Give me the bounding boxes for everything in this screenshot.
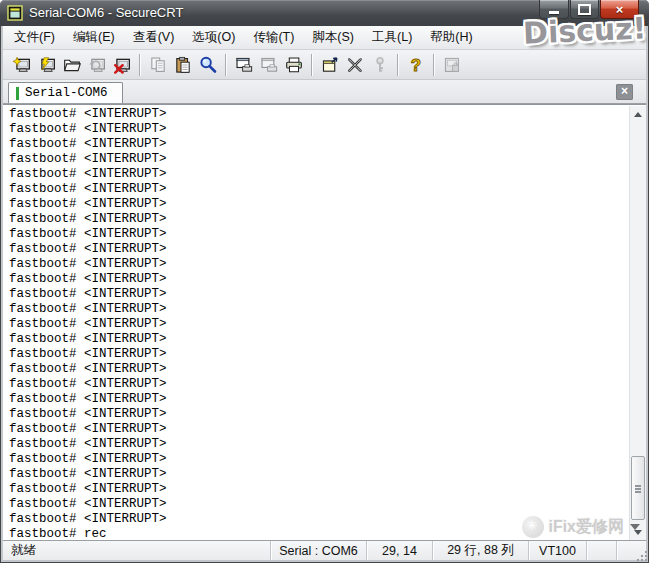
terminal-line-current: fastboot# rec bbox=[9, 527, 629, 540]
scroll-up-button[interactable] bbox=[630, 106, 646, 122]
toolbar bbox=[3, 50, 646, 80]
tab-status-indicator bbox=[16, 87, 19, 100]
terminal-line: fastboot# <INTERRUPT> bbox=[9, 317, 629, 332]
terminal-line: fastboot# <INTERRUPT> bbox=[9, 107, 629, 122]
terminal-line: fastboot# <INTERRUPT> bbox=[9, 212, 629, 227]
terminal-line: fastboot# <INTERRUPT> bbox=[9, 137, 629, 152]
chevron-up-icon bbox=[634, 112, 642, 117]
terminal-line: fastboot# <INTERRUPT> bbox=[9, 257, 629, 272]
terminal-line: fastboot# <INTERRUPT> bbox=[9, 242, 629, 257]
menu-item-transfer[interactable]: 传输(T) bbox=[244, 26, 303, 49]
terminal-line: fastboot# <INTERRUPT> bbox=[9, 482, 629, 497]
reconnect-icon bbox=[84, 53, 109, 77]
terminal-line: fastboot# <INTERRUPT> bbox=[9, 362, 629, 377]
terminal-line: fastboot# <INTERRUPT> bbox=[9, 152, 629, 167]
paste-icon[interactable] bbox=[170, 53, 195, 77]
print-selection-icon bbox=[256, 53, 281, 77]
terminal-line: fastboot# <INTERRUPT> bbox=[9, 272, 629, 287]
tabbar: Serial-COM6 × bbox=[3, 80, 646, 104]
status-empty-1 bbox=[586, 541, 616, 560]
terminal-line: fastboot# <INTERRUPT> bbox=[9, 197, 629, 212]
toolbar-separator bbox=[433, 54, 434, 76]
terminal-line: fastboot# <INTERRUPT> bbox=[9, 452, 629, 467]
window-title: Serial-COM6 - SecureCRT bbox=[29, 0, 183, 25]
toolbar-separator bbox=[139, 54, 140, 76]
disconnect-icon[interactable] bbox=[109, 53, 134, 77]
properties-icon[interactable] bbox=[317, 53, 342, 77]
script-recorder-icon bbox=[439, 53, 464, 77]
terminal-line: fastboot# <INTERRUPT> bbox=[9, 167, 629, 182]
toolbar-separator bbox=[311, 54, 312, 76]
terminal-line: fastboot# <INTERRUPT> bbox=[9, 407, 629, 422]
minimize-button[interactable] bbox=[539, 0, 569, 19]
tab-label: Serial-COM6 bbox=[25, 86, 108, 100]
tab-serial-com6[interactable]: Serial-COM6 bbox=[8, 82, 123, 103]
menu-item-tools[interactable]: 工具(L) bbox=[363, 26, 421, 49]
key-icon bbox=[367, 53, 392, 77]
securecrt-window: Serial-COM6 - SecureCRT × Discuz! 文件(F)编… bbox=[0, 0, 649, 563]
titlebar[interactable]: Serial-COM6 - SecureCRT × bbox=[0, 0, 649, 26]
terminal-line: fastboot# <INTERRUPT> bbox=[9, 302, 629, 317]
terminal-line: fastboot# <INTERRUPT> bbox=[9, 392, 629, 407]
open-session-icon[interactable] bbox=[59, 53, 84, 77]
toolbar-separator bbox=[225, 54, 226, 76]
menu-item-script[interactable]: 脚本(S) bbox=[303, 26, 363, 49]
help-icon[interactable] bbox=[403, 53, 428, 77]
terminal-line: fastboot# <INTERRUPT> bbox=[9, 122, 629, 137]
terminal-line: fastboot# <INTERRUPT> bbox=[9, 467, 629, 482]
terminal-line: fastboot# <INTERRUPT> bbox=[9, 377, 629, 392]
menu-item-help[interactable]: 帮助(H) bbox=[421, 26, 481, 49]
toolbar-separator bbox=[397, 54, 398, 76]
scroll-down-button[interactable] bbox=[630, 524, 646, 540]
menu-item-options[interactable]: 选项(O) bbox=[183, 26, 244, 49]
terminal-line: fastboot# <INTERRUPT> bbox=[9, 287, 629, 302]
terminal-scrollbar[interactable] bbox=[629, 106, 646, 540]
close-button[interactable]: × bbox=[600, 0, 639, 19]
minimize-icon bbox=[549, 11, 559, 14]
resize-grip[interactable] bbox=[636, 550, 648, 562]
app-icon bbox=[7, 5, 23, 21]
status-emulation: VT100 bbox=[528, 541, 586, 560]
terminal-line: fastboot# <INTERRUPT> bbox=[9, 227, 629, 242]
maximize-icon bbox=[578, 4, 591, 15]
terminal-line: fastboot# <INTERRUPT> bbox=[9, 497, 629, 512]
terminal-line: fastboot# <INTERRUPT> bbox=[9, 437, 629, 452]
status-connection: Serial : COM6 bbox=[270, 541, 366, 560]
terminal-line: fastboot# <INTERRUPT> bbox=[9, 347, 629, 362]
status-cursor-pos: 29, 14 bbox=[366, 541, 432, 560]
print-icon[interactable] bbox=[281, 53, 306, 77]
chevron-down-icon bbox=[634, 530, 642, 535]
scrollbar-thumb[interactable] bbox=[631, 456, 645, 520]
session-options-icon[interactable] bbox=[342, 53, 367, 77]
menu-item-file[interactable]: 文件(F) bbox=[5, 26, 64, 49]
scrollbar-grip bbox=[635, 485, 641, 487]
terminal-line: fastboot# <INTERRUPT> bbox=[9, 512, 629, 527]
connect-icon[interactable] bbox=[34, 53, 59, 77]
copy-icon bbox=[145, 53, 170, 77]
find-icon[interactable] bbox=[195, 53, 220, 77]
menu-item-view[interactable]: 查看(V) bbox=[124, 26, 184, 49]
status-rows-cols: 29 行, 88 列 bbox=[432, 541, 528, 560]
window-controls: × bbox=[539, 0, 639, 19]
tab-close-button[interactable]: × bbox=[616, 84, 633, 100]
menubar: 文件(F)编辑(E)查看(V)选项(O)传输(T)脚本(S)工具(L)帮助(H) bbox=[3, 26, 646, 50]
statusbar: 就绪 Serial : COM629, 1429 行, 88 列VT100 bbox=[3, 540, 646, 560]
print-screen-icon[interactable] bbox=[231, 53, 256, 77]
menu-item-edit[interactable]: 编辑(E) bbox=[64, 26, 124, 49]
terminal-line: fastboot# <INTERRUPT> bbox=[9, 422, 629, 437]
status-ready: 就绪 bbox=[3, 542, 270, 559]
terminal-line: fastboot# <INTERRUPT> bbox=[9, 182, 629, 197]
terminal-line: fastboot# <INTERRUPT> bbox=[9, 332, 629, 347]
close-icon: × bbox=[616, 1, 624, 18]
quick-connect-icon[interactable] bbox=[9, 53, 34, 77]
terminal-area[interactable]: fastboot# <INTERRUPT>fastboot# <INTERRUP… bbox=[3, 104, 646, 540]
maximize-button[interactable] bbox=[570, 0, 599, 19]
terminal-lines: fastboot# <INTERRUPT>fastboot# <INTERRUP… bbox=[3, 106, 629, 540]
